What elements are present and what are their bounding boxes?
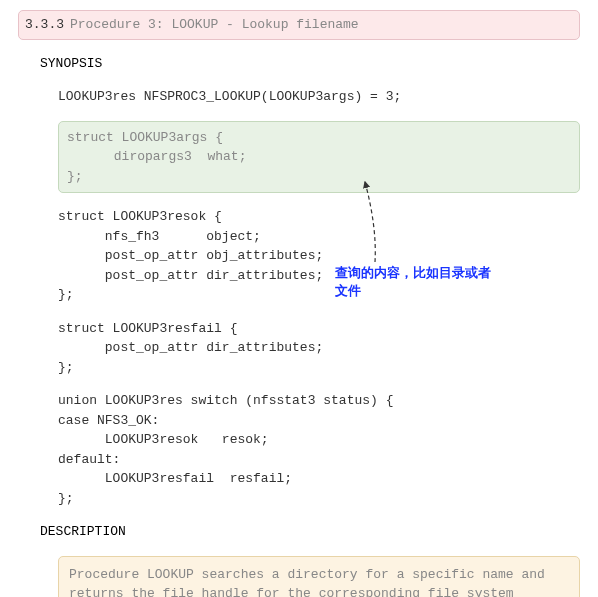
section-title: Procedure 3: LOOKUP - Lookup filename (70, 15, 359, 35)
description-heading: DESCRIPTION (40, 522, 580, 542)
section-header: 3.3.3 Procedure 3: LOOKUP - Lookup filen… (18, 10, 580, 40)
description-box: Procedure LOOKUP searches a directory fo… (58, 556, 580, 598)
args-struct-box: struct LOOKUP3args { diropargs3 what; }; (58, 121, 580, 194)
section-number: 3.3.3 (25, 15, 64, 35)
union-def: union LOOKUP3res switch (nfsstat3 status… (58, 391, 580, 508)
resok-struct: struct LOOKUP3resok { nfs_fh3 object; po… (58, 207, 580, 305)
function-signature: LOOKUP3res NFSPROC3_LOOKUP(LOOKUP3args) … (58, 87, 580, 107)
synopsis-heading: SYNOPSIS (40, 54, 580, 74)
resfail-struct: struct LOOKUP3resfail { post_op_attr dir… (58, 319, 580, 378)
annotation-callout: 查询的内容，比如目录或者文件 (335, 264, 495, 300)
